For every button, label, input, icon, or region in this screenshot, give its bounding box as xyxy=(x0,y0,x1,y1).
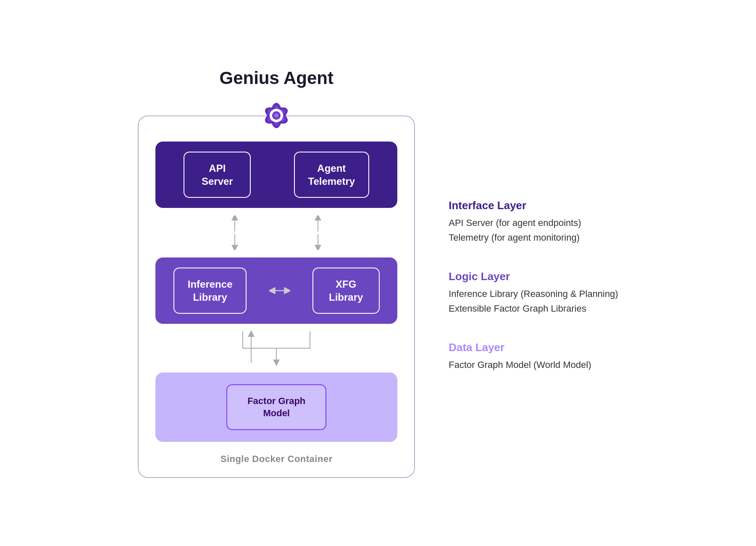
logic-info-block: Logic Layer Inference Library (Reasoning… xyxy=(449,270,618,316)
svg-point-4 xyxy=(272,111,281,120)
arrow-down-right xyxy=(312,233,324,250)
arrow-down-left xyxy=(229,233,241,250)
interface-info-desc: API Server (for agent endpoints) Telemet… xyxy=(449,215,618,245)
logic-line-2: Extensible Factor Graph Libraries xyxy=(449,301,618,316)
logic-line-1: Inference Library (Reasoning & Planning) xyxy=(449,286,618,301)
docker-container: APIServer AgentTelemetry xyxy=(138,116,415,478)
info-side: Interface Layer API Server (for agent en… xyxy=(449,174,618,373)
arrow-up-left xyxy=(229,215,241,232)
data-layer-title: Data Layer xyxy=(449,341,618,354)
interface-line-1: API Server (for agent endpoints) xyxy=(449,215,618,230)
converge-arrows xyxy=(209,331,344,365)
page-title: Genius Agent xyxy=(219,68,333,88)
factor-graph-model-box: Factor GraphModel xyxy=(226,384,326,430)
interface-layer-title: Interface Layer xyxy=(449,199,618,212)
bidir-arrow-svg xyxy=(269,285,290,297)
logic-layer: InferenceLibrary XFGLibrary xyxy=(155,257,397,324)
api-server-box: APIServer xyxy=(184,152,251,198)
inference-library-box: InferenceLibrary xyxy=(173,268,247,314)
logic-info-desc: Inference Library (Reasoning & Planning)… xyxy=(449,286,618,316)
xfg-library-box: XFGLibrary xyxy=(312,268,380,314)
logic-layer-title: Logic Layer xyxy=(449,270,618,283)
genius-agent-icon xyxy=(257,97,295,134)
interface-layer: APIServer AgentTelemetry xyxy=(155,142,397,208)
agent-telemetry-box: AgentTelemetry xyxy=(294,152,370,198)
interface-line-2: Telemetry (for agent monitoring) xyxy=(449,230,618,245)
interface-info-block: Interface Layer API Server (for agent en… xyxy=(449,199,618,245)
docker-label: Single Docker Container xyxy=(155,454,397,465)
data-layer: Factor GraphModel xyxy=(155,373,397,442)
diagram-side: Genius Agent xyxy=(138,68,415,478)
data-info-block: Data Layer Factor Graph Model (World Mod… xyxy=(449,341,618,372)
data-line-1: Factor Graph Model (World Model) xyxy=(449,357,618,372)
arrow-up-right xyxy=(312,215,324,232)
bidir-arrow xyxy=(269,285,290,297)
main-layout: Genius Agent xyxy=(138,68,618,478)
data-info-desc: Factor Graph Model (World Model) xyxy=(449,357,618,372)
